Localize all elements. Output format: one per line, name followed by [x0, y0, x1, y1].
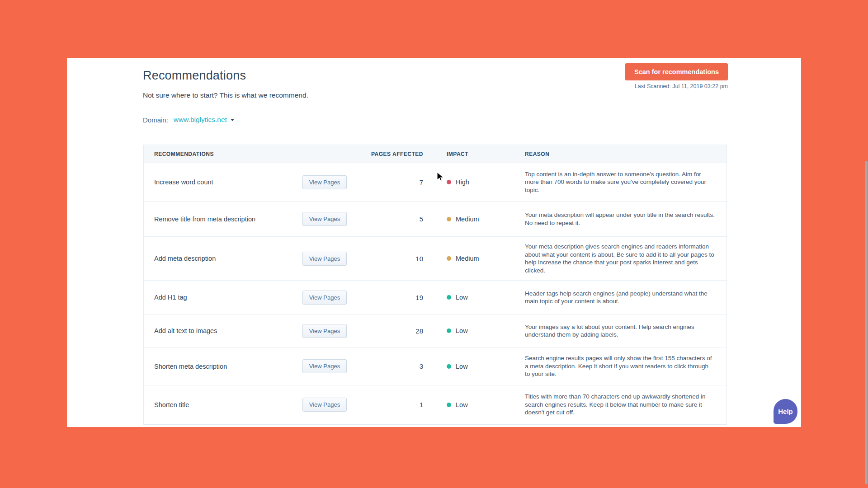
view-pages-cell: View Pages [297, 291, 352, 305]
recommendations-panel: Recommendations Not sure where to start?… [67, 58, 801, 427]
reason-text: Header tags help search engines (and peo… [514, 290, 726, 305]
page-subtitle: Not sure where to start? This is what we… [143, 91, 308, 99]
impact-cell: High [433, 178, 514, 186]
domain-value: www.biglytics.net [174, 116, 227, 124]
impact-label: Low [456, 327, 468, 334]
panel-header: Recommendations Not sure where to start?… [67, 58, 801, 145]
impact-label: Low [456, 294, 468, 301]
table-row: Shorten meta description View Pages 3 Lo… [144, 347, 726, 385]
domain-label: Domain: [143, 116, 168, 124]
impact-label: Medium [456, 255, 479, 262]
column-header-recommendations: RECOMMENDATIONS [144, 151, 352, 157]
recommendation-label: Add H1 tag [144, 294, 297, 301]
impact-dot [447, 180, 451, 184]
impact-cell: Low [433, 363, 514, 370]
impact-dot [447, 328, 451, 333]
table-row: Add meta description View Pages 10 Mediu… [144, 237, 726, 281]
table-row: Shorten title View Pages 1 Low Titles wi… [144, 385, 726, 424]
impact-cell: Low [433, 327, 514, 334]
last-scanned-text: Last Scanned: Jul 11, 2019 03:22 pm [635, 83, 728, 89]
impact-label: Low [456, 363, 468, 370]
table-row: Remove title from meta description View … [144, 202, 726, 237]
impact-label: Low [456, 401, 468, 408]
view-pages-button[interactable]: View Pages [302, 398, 347, 412]
column-header-reason: REASON [514, 151, 726, 157]
table-row: Increase word count View Pages 7 High To… [144, 163, 726, 202]
domain-selector[interactable]: www.biglytics.net [174, 116, 234, 124]
view-pages-button[interactable]: View Pages [302, 324, 347, 338]
impact-cell: Low [433, 294, 514, 301]
view-pages-button[interactable]: View Pages [302, 359, 347, 373]
impact-cell: Medium [433, 216, 514, 223]
view-pages-button[interactable]: View Pages [302, 175, 347, 189]
table-row: Add alt text to images View Pages 28 Low… [144, 314, 726, 347]
impact-dot [447, 217, 451, 221]
impact-label: Medium [456, 216, 479, 223]
impact-dot [447, 403, 451, 407]
domain-row: Domain: www.biglytics.net [143, 116, 234, 124]
reason-text: Search engine results pages will only sh… [514, 354, 726, 378]
scrollbar[interactable] [865, 161, 868, 484]
pages-affected-count: 19 [352, 294, 433, 301]
recommendation-label: Increase word count [144, 178, 297, 186]
recommendation-label: Add meta description [144, 255, 297, 262]
reason-text: Titles with more than 70 characters end … [514, 393, 726, 417]
view-pages-cell: View Pages [297, 252, 352, 266]
page-title: Recommendations [143, 69, 246, 83]
view-pages-cell: View Pages [297, 212, 352, 226]
view-pages-cell: View Pages [297, 324, 352, 338]
view-pages-button[interactable]: View Pages [302, 252, 347, 266]
recommendations-table: RECOMMENDATIONS PAGES AFFECTED IMPACT RE… [143, 145, 727, 425]
impact-cell: Medium [433, 255, 514, 262]
pages-affected-count: 10 [352, 255, 433, 263]
view-pages-button[interactable]: View Pages [302, 291, 347, 305]
impact-dot [447, 295, 451, 300]
reason-text: Top content is an in-depth answer to som… [514, 170, 726, 194]
impact-label: High [456, 178, 469, 186]
impact-dot [447, 256, 451, 261]
view-pages-cell: View Pages [297, 175, 352, 189]
reason-text: Your meta description will appear under … [514, 211, 726, 227]
recommendation-label: Add alt text to images [144, 327, 297, 334]
reason-text: Your meta description gives search engin… [514, 243, 726, 274]
pages-affected-count: 7 [352, 178, 433, 186]
table-row: Add H1 tag View Pages 19 Low Header tags… [144, 281, 726, 314]
table-header-row: RECOMMENDATIONS PAGES AFFECTED IMPACT RE… [144, 145, 726, 163]
chevron-down-icon [231, 119, 234, 121]
view-pages-button[interactable]: View Pages [302, 212, 347, 226]
impact-cell: Low [433, 401, 514, 408]
table-body: Increase word count View Pages 7 High To… [144, 163, 726, 424]
pages-affected-count: 5 [352, 215, 433, 223]
pages-affected-count: 3 [352, 362, 433, 370]
pages-affected-count: 1 [352, 401, 433, 408]
scan-for-recommendations-button[interactable]: Scan for recommendations [625, 63, 728, 80]
column-header-impact: IMPACT [433, 151, 514, 157]
recommendation-label: Shorten title [144, 401, 297, 408]
recommendation-label: Remove title from meta description [144, 216, 297, 223]
view-pages-cell: View Pages [297, 359, 352, 373]
column-header-pages-affected: PAGES AFFECTED [352, 151, 433, 157]
pages-affected-count: 28 [352, 327, 433, 335]
impact-dot [447, 364, 451, 369]
view-pages-cell: View Pages [297, 398, 352, 412]
recommendation-label: Shorten meta description [144, 363, 297, 370]
help-button[interactable]: Help [774, 399, 797, 424]
reason-text: Your images say a lot about your content… [514, 323, 726, 339]
